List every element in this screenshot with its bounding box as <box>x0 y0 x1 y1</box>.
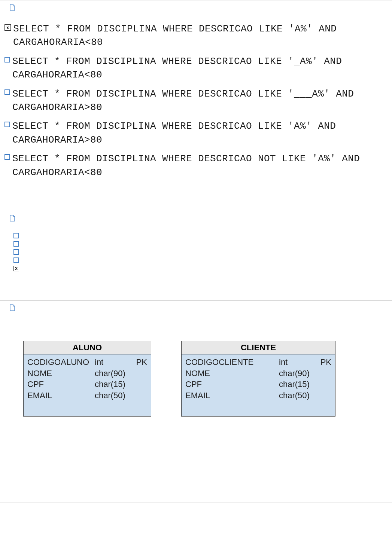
col-name: NOME <box>185 368 279 379</box>
page-icon <box>10 215 15 222</box>
col-key <box>136 368 147 379</box>
col-key <box>136 390 147 401</box>
col-type: char(90) <box>279 368 320 379</box>
option-text: SELECT * FROM DISCIPLINA WHERE DESCRICAO… <box>12 119 388 147</box>
divider-top <box>0 0 392 0</box>
col-key: PK <box>136 357 147 368</box>
table-row: NOME char(90) <box>27 368 147 379</box>
col-name: NOME <box>27 368 95 379</box>
option-text: SELECT * FROM DISCIPLINA WHERE DESCRICAO… <box>12 55 388 82</box>
checkbox-unchecked-icon <box>4 154 10 160</box>
checkbox-checked-icon: x <box>4 24 11 31</box>
table-row: CPF char(15) <box>27 379 147 390</box>
divider-mid2 <box>0 300 392 301</box>
col-name: EMAIL <box>185 390 279 401</box>
page-icon <box>10 4 15 11</box>
option-text: SELECT * FROM DISCIPLINA WHERE DESCRICAO… <box>13 22 388 49</box>
option-row[interactable]: SELECT * FROM DISCIPLINA WHERE DESCRICAO… <box>4 55 388 82</box>
col-name: CODIGOCLIENTE <box>185 357 279 368</box>
table-header: CLIENTE <box>182 341 335 354</box>
col-key: PK <box>320 357 331 368</box>
col-type: char(90) <box>95 368 136 379</box>
table-row: EMAIL char(50) <box>27 390 147 401</box>
col-key <box>136 379 147 390</box>
col-key <box>320 368 331 379</box>
col-type: char(15) <box>95 379 136 390</box>
db-table-cliente: CLIENTE CODIGOCLIENTE int PK NOME char(9… <box>181 341 335 417</box>
checkbox-unchecked-icon <box>4 122 10 127</box>
option-row[interactable]: SELECT * FROM DISCIPLINA WHERE DESCRICAO… <box>4 152 388 179</box>
col-type: int <box>95 357 136 368</box>
checkbox-unchecked-icon[interactable] <box>13 241 19 247</box>
option-row[interactable]: x SELECT * FROM DISCIPLINA WHERE DESCRIC… <box>4 22 388 49</box>
checkbox-unchecked-icon[interactable] <box>13 257 19 263</box>
db-table-aluno: ALUNO CODIGOALUNO int PK NOME char(90) C… <box>23 341 151 417</box>
table-row: CPF char(15) <box>185 379 331 390</box>
option-row[interactable]: SELECT * FROM DISCIPLINA WHERE DESCRICAO… <box>4 87 388 115</box>
col-name: EMAIL <box>27 390 95 401</box>
table-row: CODIGOALUNO int PK <box>27 357 147 368</box>
col-name: CPF <box>27 379 95 390</box>
checkbox-checked-icon[interactable]: x <box>13 266 19 271</box>
table-body: CODIGOALUNO int PK NOME char(90) CPF cha… <box>24 354 151 416</box>
col-key <box>320 379 331 390</box>
checkbox-unchecked-icon[interactable] <box>13 249 19 255</box>
checkbox-unchecked-icon <box>4 57 10 62</box>
col-name: CODIGOALUNO <box>27 357 95 368</box>
divider-mid1 <box>0 211 392 211</box>
empty-choice-list: x <box>2 233 390 300</box>
col-name: CPF <box>185 379 279 390</box>
sql-options-list: x SELECT * FROM DISCIPLINA WHERE DESCRIC… <box>2 22 390 211</box>
page-icon <box>10 304 15 311</box>
option-text: SELECT * FROM DISCIPLINA WHERE DESCRICAO… <box>12 152 388 179</box>
col-type: char(15) <box>279 379 320 390</box>
table-row: CODIGOCLIENTE int PK <box>185 357 331 368</box>
col-type: int <box>279 357 320 368</box>
col-key <box>320 390 331 401</box>
table-body: CODIGOCLIENTE int PK NOME char(90) CPF c… <box>182 354 335 416</box>
checkbox-unchecked-icon[interactable] <box>13 233 19 238</box>
option-text: SELECT * FROM DISCIPLINA WHERE DESCRICAO… <box>12 87 388 115</box>
col-type: char(50) <box>95 390 136 401</box>
checkbox-unchecked-icon <box>4 89 10 95</box>
table-header: ALUNO <box>24 341 151 354</box>
table-row: EMAIL char(50) <box>185 390 331 401</box>
table-row: NOME char(90) <box>185 368 331 379</box>
tables-container: ALUNO CODIGOALUNO int PK NOME char(90) C… <box>2 322 390 417</box>
option-row[interactable]: SELECT * FROM DISCIPLINA WHERE DESCRICAO… <box>4 119 388 147</box>
divider-bottom <box>0 503 392 503</box>
col-type: char(50) <box>279 390 320 401</box>
